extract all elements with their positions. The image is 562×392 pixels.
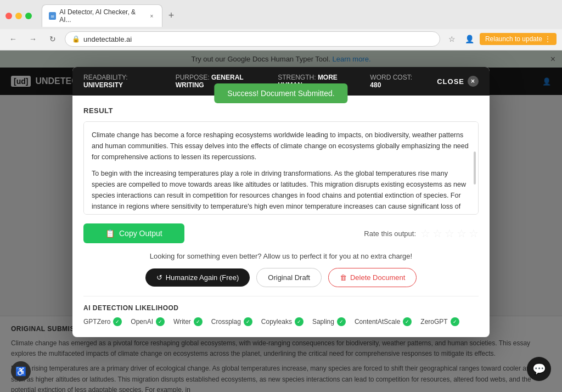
detector-contentatscale-name: ContentAtScale <box>355 318 400 326</box>
profile-button[interactable]: 👤 <box>462 31 477 47</box>
refresh-button[interactable]: ↻ <box>45 31 60 47</box>
copy-icon: 📋 <box>105 229 115 238</box>
copyleaks-check-icon: ✓ <box>295 317 304 326</box>
detector-sapling: Sapling ✓ <box>312 317 346 326</box>
humanize-again-button[interactable]: ↺ Humanize Again (Free) <box>145 268 250 287</box>
browser-title-bar: ai AI Detector, AI Checker, & AI... × + <box>0 0 562 29</box>
delete-document-button[interactable]: 🗑 Delete Document <box>328 268 417 287</box>
readability-value: UNIVERSITY <box>83 81 123 89</box>
result-label: RESULT <box>83 107 479 115</box>
url-text: undetectable.ai <box>83 35 132 43</box>
detector-openai-name: OpenAI <box>131 318 153 326</box>
detector-copyleaks-name: Copyleaks <box>261 318 292 326</box>
detector-crossplag: Crossplag ✓ <box>211 317 252 326</box>
tab-title: AI Detector, AI Checker, & AI... <box>59 8 144 24</box>
browser-actions: ☆ 👤 Relaunch to update ⋮ <box>445 31 557 47</box>
chat-icon: 💬 <box>532 362 546 376</box>
result-paragraph-2: To begin with the increasing temperature… <box>92 168 470 215</box>
relaunch-label: Relaunch to update <box>485 35 542 43</box>
detector-zerogpt-name: ZeroGPT <box>420 318 447 326</box>
close-x-icon: × <box>468 76 479 87</box>
detector-contentatscale: ContentAtScale ✓ <box>355 317 412 326</box>
word-cost-label: WORD COST: <box>370 74 412 81</box>
forward-button[interactable]: → <box>25 31 41 47</box>
detector-writer: Writer ✓ <box>173 317 203 326</box>
success-toast: Success! Document Submitted. <box>214 83 347 103</box>
star-3[interactable]: ☆ <box>445 227 454 240</box>
humanize-icon: ↺ <box>156 273 162 282</box>
detector-crossplag-name: Crossplag <box>211 318 241 326</box>
close-label: CLOSE <box>437 77 464 86</box>
chat-widget-button[interactable]: 💬 <box>527 357 551 381</box>
detector-zerogpt: ZeroGPT ✓ <box>420 317 459 326</box>
page-wrapper: Try out our Google Docs Human Typer Tool… <box>0 51 562 392</box>
openai-check-icon: ✓ <box>156 317 165 326</box>
relaunch-menu-icon: ⋮ <box>544 35 551 43</box>
ai-detection-section: AI DETECTION LIKELIHOOD GPTZero ✓ OpenAI… <box>83 296 479 326</box>
security-lock-icon: 🔒 <box>72 35 80 43</box>
rate-label: Rate this output: <box>364 229 416 238</box>
address-bar-row: ← → ↻ 🔒 undetectable.ai ☆ 👤 Relaunch to … <box>0 29 562 50</box>
result-text-area[interactable]: Climate change has become a force reshap… <box>83 121 479 215</box>
detection-items: GPTZero ✓ OpenAI ✓ Writer ✓ Crossplag <box>83 317 479 326</box>
detector-openai: OpenAI ✓ <box>131 317 165 326</box>
copy-output-button[interactable]: 📋 Copy Output <box>83 223 184 243</box>
star-4[interactable]: ☆ <box>457 227 467 240</box>
actions-row: 📋 Copy Output Rate this output: ☆ ☆ ☆ ☆ … <box>83 223 479 243</box>
modal: READABILITY: UNIVERSITY PURPOSE: GENERAL… <box>72 67 490 337</box>
accessibility-button[interactable]: ♿ <box>11 361 31 381</box>
readability-item: READABILITY: UNIVERSITY <box>83 74 154 89</box>
gptzero-check-icon: ✓ <box>113 317 122 326</box>
star-2[interactable]: ☆ <box>432 227 442 240</box>
detector-gptzero-name: GPTZero <box>83 318 110 326</box>
delete-icon: 🗑 <box>340 273 347 282</box>
writer-check-icon: ✓ <box>194 317 203 326</box>
maximize-window-button[interactable] <box>25 13 32 19</box>
delete-doc-label: Delete Document <box>350 273 405 282</box>
close-window-button[interactable] <box>5 13 12 19</box>
original-draft-button[interactable]: Original Draft <box>256 268 322 287</box>
star-rating[interactable]: ☆ ☆ ☆ ☆ ☆ <box>420 227 479 240</box>
result-paragraph-1: Climate change has become a force reshap… <box>92 130 470 163</box>
copy-output-label: Copy Output <box>119 229 162 238</box>
detector-writer-name: Writer <box>173 318 191 326</box>
promo-text: Looking for something even better? Allow… <box>83 252 479 260</box>
crossplag-check-icon: ✓ <box>244 317 252 326</box>
original-draft-label: Original Draft <box>268 273 310 282</box>
word-cost-value: 480 <box>370 81 381 89</box>
tab-close-button[interactable]: × <box>148 12 155 20</box>
accessibility-icon: ♿ <box>15 366 26 377</box>
minimize-window-button[interactable] <box>15 13 22 19</box>
detector-sapling-name: Sapling <box>312 318 334 326</box>
browser-tab[interactable]: ai AI Detector, AI Checker, & AI... × <box>42 4 162 27</box>
word-cost-item: WORD COST: 480 <box>370 74 415 89</box>
purpose-label: PURPOSE: <box>176 74 210 81</box>
tab-bar: ai AI Detector, AI Checker, & AI... × + <box>36 4 183 27</box>
strength-label: STRENGTH: <box>278 74 316 81</box>
ai-detection-label: AI DETECTION LIKELIHOOD <box>83 304 479 312</box>
tab-favicon: ai <box>49 12 56 20</box>
button-row: ↺ Humanize Again (Free) Original Draft 🗑… <box>83 268 479 287</box>
contentatscale-check-icon: ✓ <box>403 317 412 326</box>
modal-body: RESULT Climate change has become a force… <box>72 96 490 337</box>
traffic-lights <box>5 13 32 19</box>
sapling-check-icon: ✓ <box>337 317 346 326</box>
star-1[interactable]: ☆ <box>420 227 430 240</box>
readability-label: READABILITY: <box>83 74 128 81</box>
success-message: Success! Document Submitted. <box>227 89 334 98</box>
humanize-again-label: Humanize Again (Free) <box>166 273 239 282</box>
modal-close-button[interactable]: CLOSE × <box>437 76 479 87</box>
bookmark-button[interactable]: ☆ <box>445 31 460 47</box>
star-5[interactable]: ☆ <box>469 227 479 240</box>
relaunch-button[interactable]: Relaunch to update ⋮ <box>480 33 557 45</box>
rate-output: Rate this output: ☆ ☆ ☆ ☆ ☆ <box>364 227 479 240</box>
new-tab-button[interactable]: + <box>165 9 178 23</box>
browser-chrome: ai AI Detector, AI Checker, & AI... × + … <box>0 0 562 51</box>
detector-copyleaks: Copyleaks ✓ <box>261 317 304 326</box>
zerogpt-check-icon: ✓ <box>451 317 459 326</box>
back-button[interactable]: ← <box>5 31 21 47</box>
detector-gptzero: GPTZero ✓ <box>83 317 122 326</box>
address-bar[interactable]: 🔒 undetectable.ai <box>65 31 440 47</box>
